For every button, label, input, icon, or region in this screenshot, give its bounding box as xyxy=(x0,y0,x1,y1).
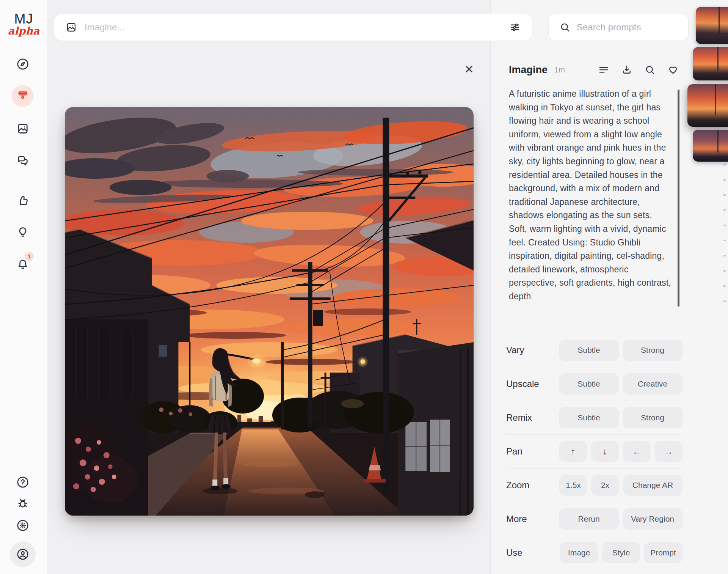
search-icon xyxy=(559,22,571,33)
zoom-1-5x-button[interactable]: 1.5x xyxy=(559,475,587,496)
generated-image-scene xyxy=(65,107,474,516)
vary-subtle-button[interactable]: Subtle xyxy=(559,340,619,361)
sidebar-item-account[interactable] xyxy=(16,548,29,561)
filter-icon xyxy=(598,64,609,75)
favorite-button[interactable] xyxy=(667,64,679,75)
scroll-tick xyxy=(723,209,726,211)
sidebar-item-explore[interactable] xyxy=(16,58,29,71)
action-row-upscale: Upscale Subtle Creative xyxy=(506,367,682,401)
change-ar-button[interactable]: Change AR xyxy=(623,475,682,496)
help-icon xyxy=(16,476,29,489)
scroll-tick xyxy=(723,285,726,287)
vary-region-button[interactable]: Vary Region xyxy=(623,508,682,530)
action-label: Vary xyxy=(506,345,524,355)
thumbnail[interactable] xyxy=(693,47,728,80)
rerun-button[interactable]: Rerun xyxy=(559,508,619,530)
search-bar xyxy=(549,14,688,41)
sidebar: MJ alpha 1 xyxy=(0,0,47,574)
app-logo: MJ alpha xyxy=(0,11,47,36)
sidebar-item-bug-report[interactable] xyxy=(16,497,29,510)
scroll-tick xyxy=(723,194,726,196)
chat-icon xyxy=(16,154,29,167)
scroll-tick xyxy=(723,240,726,241)
scroll-tick xyxy=(723,164,726,165)
scroll-tick xyxy=(723,255,726,256)
notification-badge: 1 xyxy=(25,252,34,261)
imagine-input[interactable] xyxy=(77,22,509,33)
action-label: More xyxy=(506,514,527,524)
sliders-icon[interactable] xyxy=(509,22,521,33)
action-label: Use xyxy=(506,547,522,558)
gallery-icon xyxy=(16,122,29,135)
vary-strong-button[interactable]: Strong xyxy=(623,340,682,361)
download-icon xyxy=(621,64,632,75)
detail-timestamp: 1m xyxy=(554,66,565,74)
upscale-subtle-button[interactable]: Subtle xyxy=(559,373,619,395)
sidebar-item-chat[interactable] xyxy=(16,154,29,167)
action-label: Upscale xyxy=(506,379,539,389)
action-panel: Vary Subtle Strong Upscale Subtle Creati… xyxy=(506,333,682,569)
generated-image[interactable] xyxy=(65,107,474,516)
action-row-pan: Pan ↑ ↓ ← → xyxy=(506,434,682,468)
close-viewer-button[interactable]: ✕ xyxy=(461,61,477,77)
sidebar-divider xyxy=(14,182,32,182)
heart-icon xyxy=(667,64,679,75)
remix-strong-button[interactable]: Strong xyxy=(623,407,682,428)
thumbnail[interactable] xyxy=(696,7,728,44)
account-avatar-icon xyxy=(16,548,29,561)
image-icon xyxy=(66,22,77,33)
thumbnail[interactable] xyxy=(693,130,728,162)
action-row-vary: Vary Subtle Strong xyxy=(506,333,682,367)
theme-sun-icon xyxy=(16,519,29,532)
action-row-more: More Rerun Vary Region xyxy=(506,502,682,536)
pan-left-button[interactable]: ← xyxy=(623,441,651,462)
use-image-button[interactable]: Image xyxy=(560,542,598,563)
sidebar-item-theme-toggle[interactable] xyxy=(16,519,29,532)
thumbs-up-icon xyxy=(16,194,29,207)
remix-subtle-button[interactable]: Subtle xyxy=(559,407,619,428)
sidebar-item-gallery[interactable] xyxy=(16,122,29,135)
action-label: Zoom xyxy=(506,480,529,491)
sidebar-item-ideas[interactable] xyxy=(16,226,29,239)
pan-down-button[interactable]: ↓ xyxy=(591,441,619,462)
detail-title: Imagine xyxy=(509,64,548,76)
prompt-text[interactable]: A futuristic anime illustration of a gir… xyxy=(509,87,672,317)
sidebar-item-create[interactable] xyxy=(16,90,29,102)
scroll-tick xyxy=(723,300,726,302)
logo-text: MJ xyxy=(0,11,47,27)
scroll-tick xyxy=(723,225,726,226)
paintbrush-icon xyxy=(16,90,29,102)
scroll-tick xyxy=(723,270,726,272)
zoom-2x-button[interactable]: 2x xyxy=(591,475,619,496)
action-label: Pan xyxy=(506,446,522,457)
logo-alpha-text: alpha xyxy=(0,26,47,36)
sidebar-item-help[interactable] xyxy=(16,476,29,489)
thumbnail-selected[interactable] xyxy=(687,84,728,127)
use-style-button[interactable]: Style xyxy=(602,542,640,563)
pan-right-button[interactable]: → xyxy=(654,441,682,462)
search-prompts-input[interactable] xyxy=(571,22,688,33)
sidebar-item-likes[interactable] xyxy=(16,194,29,207)
search-image-button[interactable] xyxy=(644,64,656,75)
action-label: Remix xyxy=(506,412,532,423)
download-button[interactable] xyxy=(621,64,632,75)
action-row-remix: Remix Subtle Strong xyxy=(506,401,682,434)
search-icon xyxy=(644,64,656,75)
use-prompt-button[interactable]: Prompt xyxy=(644,542,682,563)
action-row-zoom: Zoom 1.5x 2x Change AR xyxy=(506,468,682,502)
lightbulb-icon xyxy=(16,226,29,239)
pan-up-button[interactable]: ↑ xyxy=(559,441,587,462)
action-row-use: Use Image Style Prompt xyxy=(506,536,682,569)
bug-icon xyxy=(16,497,29,510)
scroll-tick xyxy=(723,179,726,181)
detail-header: Imagine 1m xyxy=(509,61,679,79)
imagine-bar xyxy=(54,14,532,41)
compass-icon xyxy=(16,58,29,71)
upscale-creative-button[interactable]: Creative xyxy=(623,373,682,395)
filter-button[interactable] xyxy=(598,64,609,75)
prompt-scrollbar[interactable] xyxy=(678,90,679,307)
